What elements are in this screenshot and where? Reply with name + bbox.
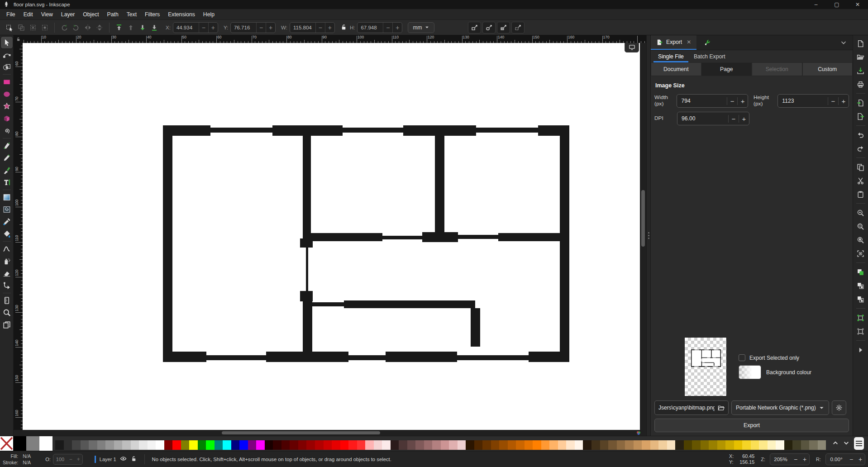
canvas[interactable] — [23, 43, 640, 430]
palette-swatch[interactable] — [818, 440, 826, 450]
subtab-batch-export[interactable]: Batch Export — [689, 51, 730, 62]
scale-stroke-toggle[interactable] — [468, 22, 481, 33]
palette-swatch[interactable] — [742, 440, 751, 450]
tool-spray[interactable] — [1, 255, 13, 267]
h-value[interactable]: 67.948 — [358, 25, 383, 30]
palette-swatch[interactable] — [751, 440, 759, 450]
splitter-grip[interactable] — [648, 232, 649, 239]
menu-view[interactable]: View — [37, 10, 57, 19]
rotate-ccw-button[interactable] — [58, 22, 70, 33]
opacity-minus[interactable]: − — [67, 456, 75, 462]
menu-path[interactable]: Path — [103, 10, 123, 19]
swatch-#808080[interactable] — [26, 436, 39, 451]
width-plus[interactable]: + — [737, 97, 748, 105]
palette-swatch[interactable] — [709, 440, 717, 450]
menu-help[interactable]: Help — [199, 10, 219, 19]
palette-swatch[interactable] — [189, 440, 198, 450]
duplicate-button[interactable] — [855, 267, 866, 277]
palette-swatch[interactable] — [223, 440, 231, 450]
scale-corners-toggle[interactable] — [482, 22, 496, 33]
palette-swatch[interactable] — [591, 440, 600, 450]
palette-swatch[interactable] — [407, 440, 416, 450]
dpi-plus[interactable]: + — [739, 115, 749, 123]
palette-swatch[interactable] — [449, 440, 458, 450]
x-minus[interactable]: − — [199, 23, 208, 33]
tool-rectangle[interactable] — [1, 76, 13, 88]
y-value[interactable]: 76.716 — [231, 25, 256, 30]
width-minus[interactable]: − — [727, 97, 737, 105]
palette-swatch[interactable] — [650, 440, 659, 450]
palette-swatch[interactable] — [55, 440, 64, 450]
palette-scroll-up[interactable] — [832, 440, 839, 448]
palette-swatch[interactable] — [265, 440, 273, 450]
palette-swatch[interactable] — [114, 440, 123, 450]
palette-swatch[interactable] — [658, 440, 667, 450]
palette-swatch[interactable] — [516, 440, 525, 450]
menu-extensions[interactable]: Extensions — [164, 10, 199, 19]
tool-text[interactable] — [1, 176, 13, 188]
format-dropdown[interactable]: Portable Network Graphic (*.png) — [731, 400, 829, 415]
palette-swatch[interactable] — [482, 440, 491, 450]
scale-pattern-toggle[interactable] — [511, 22, 525, 33]
flip-v-button[interactable] — [94, 22, 105, 33]
height-value[interactable]: 1123 — [778, 98, 828, 104]
palette-swatch[interactable] — [784, 440, 793, 450]
tool-pages[interactable] — [1, 319, 13, 331]
palette-swatch[interactable] — [198, 440, 206, 450]
format-settings-button[interactable] — [832, 400, 846, 415]
dpi-field[interactable]: 96.00−+ — [677, 112, 749, 125]
tool-selector[interactable] — [1, 37, 13, 48]
tool-node[interactable] — [1, 49, 13, 61]
scope-custom[interactable]: Custom — [802, 62, 853, 76]
palette-swatch[interactable] — [692, 440, 701, 450]
select-same-button[interactable] — [15, 22, 27, 33]
palette-swatch[interactable] — [64, 440, 72, 450]
palette-swatch[interactable] — [324, 440, 332, 450]
height-minus[interactable]: − — [828, 97, 838, 105]
vertical-ruler[interactable]: 60708090100110120130140150160 — [14, 43, 23, 430]
palette-swatch[interactable] — [608, 440, 617, 450]
panel-splitter[interactable] — [646, 35, 650, 436]
ruler-corner-lock[interactable] — [14, 35, 23, 43]
palette-swatch[interactable] — [600, 440, 609, 450]
menu-object[interactable]: Object — [79, 10, 103, 19]
palette-scroll-down[interactable] — [843, 440, 849, 448]
swatch-#000000[interactable] — [13, 436, 26, 451]
palette-swatch[interactable] — [365, 440, 374, 450]
horizontal-scrollbar[interactable] — [14, 430, 631, 436]
palette-swatch[interactable] — [164, 440, 173, 450]
palette-swatch[interactable] — [541, 440, 550, 450]
lower-button[interactable] — [137, 22, 148, 33]
palette-swatch[interactable] — [248, 440, 257, 450]
zoom-drawing-button[interactable] — [855, 207, 866, 218]
opacity-plus[interactable]: + — [75, 456, 82, 462]
w-plus[interactable]: + — [325, 23, 334, 33]
palette-swatch[interactable] — [399, 440, 407, 450]
zoom-plus[interactable]: + — [800, 456, 809, 463]
w-minus[interactable]: − — [315, 23, 325, 33]
palette-swatch[interactable] — [89, 440, 97, 450]
tab-export[interactable]: Export ✕ — [651, 35, 696, 50]
palette-swatch[interactable] — [172, 440, 181, 450]
minimize-button[interactable]: – — [806, 0, 826, 9]
palette-swatch[interactable] — [466, 440, 474, 450]
dpi-value[interactable]: 96.00 — [677, 115, 728, 122]
palette-swatch[interactable] — [231, 440, 240, 450]
width-field[interactable]: 794−+ — [677, 94, 748, 108]
tool-eraser[interactable] — [1, 267, 13, 279]
tool-tweak[interactable] — [1, 243, 13, 255]
tab-close-icon[interactable]: ✕ — [687, 39, 691, 45]
palette-swatch[interactable] — [801, 440, 810, 450]
close-button[interactable]: ✕ — [847, 0, 868, 9]
zoom-minus[interactable]: − — [791, 456, 800, 463]
tool-measure[interactable] — [1, 295, 13, 306]
palette-swatch[interactable] — [474, 440, 483, 450]
tool-pen[interactable] — [1, 140, 13, 152]
export-doc-button[interactable] — [855, 111, 866, 122]
palette-swatch[interactable] — [675, 440, 684, 450]
tool-gradient[interactable] — [1, 191, 13, 203]
palette-swatch[interactable] — [256, 440, 265, 450]
tool-ellipse[interactable] — [1, 88, 13, 100]
cut-button[interactable] — [855, 175, 866, 186]
palette-swatch[interactable] — [332, 440, 340, 450]
